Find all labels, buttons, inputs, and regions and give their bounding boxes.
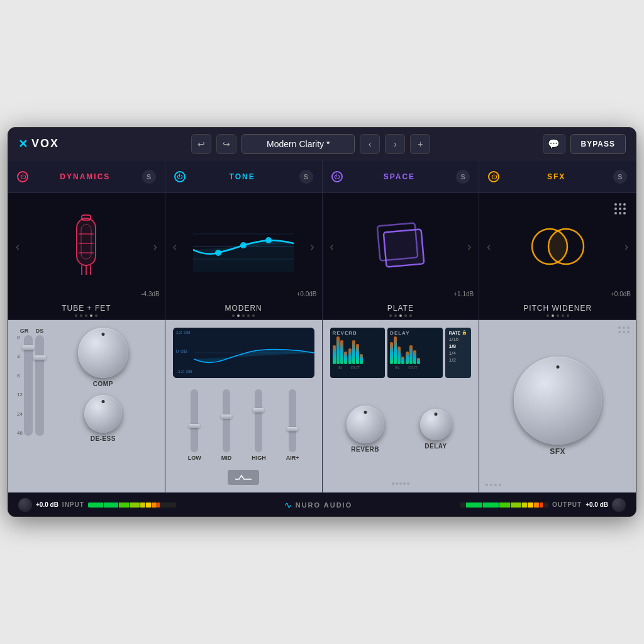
message-button[interactable]: 💬 <box>543 134 565 154</box>
tone-preset-dots <box>232 314 255 317</box>
space-power-button[interactable]: ⏻ <box>331 171 343 182</box>
in-label: IN <box>338 365 342 370</box>
tone-dot-5 <box>252 314 255 317</box>
sfx-label: SFX <box>499 172 613 181</box>
top-center: ↩ ↪ Modern Clarity * ‹ › + <box>79 134 543 154</box>
tone-controls: 12 dB 0 dB -12 dB LOW <box>173 328 314 485</box>
top-right: 💬 BYPASS <box>543 134 626 154</box>
eq-mini-display: 12 dB 0 dB -12 dB <box>173 328 314 378</box>
space-label: SPACE <box>343 172 457 181</box>
dynamics-preset-area: TUBE + FET <box>8 300 165 320</box>
space-header: ⏻ SPACE S <box>323 160 479 193</box>
space-db: +1.1dB <box>453 291 474 297</box>
low-cut-button[interactable] <box>228 470 259 485</box>
tone-nav-right[interactable]: › <box>306 235 319 258</box>
dynamics-preset-dots <box>75 314 97 317</box>
dot-5 <box>95 314 97 317</box>
space-plate-svg <box>363 215 438 278</box>
rate-1-2[interactable]: 1/2 <box>449 357 468 363</box>
comp-knob[interactable] <box>78 328 128 378</box>
tone-power-button[interactable]: ⏻ <box>174 171 186 182</box>
dot-4 <box>90 314 92 317</box>
out-label-rev: OUT <box>351 365 360 370</box>
mid-slider[interactable] <box>223 389 230 452</box>
reverb-knob[interactable] <box>347 406 384 443</box>
reverb-title: REVERB <box>333 330 383 336</box>
space-controls-area: REVERB IN <box>323 320 479 492</box>
space-nav-left[interactable]: ‹ <box>325 235 339 258</box>
mid-slider-thumb[interactable] <box>221 414 232 419</box>
rate-1-4[interactable]: 1/4 <box>449 350 468 356</box>
air-slider-group: AIR+ <box>286 389 299 461</box>
space-dot-1 <box>389 314 392 317</box>
sfx-settings-button[interactable]: S <box>613 170 627 184</box>
tone-dot-2 <box>237 314 240 317</box>
high-slider-thumb[interactable] <box>253 408 264 413</box>
space-module: ⏻ SPACE S ‹ › +1.1dB <box>323 160 480 492</box>
delay-meters: IN OUT <box>390 338 440 370</box>
space-settings-button[interactable]: S <box>456 170 470 184</box>
sfx-nav-left[interactable]: ‹ <box>482 235 496 258</box>
sfx-bottom-dots <box>486 484 501 486</box>
output-knob[interactable] <box>612 498 626 512</box>
preset-next-button[interactable]: › <box>385 134 405 154</box>
dynamics-nav-left[interactable]: ‹ <box>11 235 25 258</box>
dynamics-controls-area: GR 0 3 6 12 24 48 <box>8 320 165 492</box>
gr-label: GR <box>20 328 29 334</box>
space-nav-right[interactable]: › <box>462 235 476 258</box>
ds-fader[interactable] <box>35 335 44 436</box>
sfx-power-button[interactable]: ⏻ <box>488 171 499 182</box>
sfx-knob[interactable] <box>514 357 602 445</box>
delay-knob[interactable] <box>420 409 452 440</box>
sfx-knob-label: SFX <box>550 447 565 456</box>
sfx-module: ⏻ SFX S ‹ › +0.0dB <box>479 160 636 492</box>
preset-add-button[interactable]: + <box>410 134 430 154</box>
dynamics-nav-right[interactable]: › <box>148 235 162 258</box>
low-slider[interactable] <box>191 389 198 452</box>
tone-settings-button[interactable]: S <box>299 170 313 184</box>
output-db: +0.0 dB <box>586 501 608 508</box>
sfx-dot-4 <box>562 314 564 317</box>
output-meter <box>460 502 548 508</box>
sfx-nav-right[interactable]: › <box>619 235 633 258</box>
preset-prev-button[interactable]: ‹ <box>360 134 380 154</box>
top-bar: ✕ VOX ↩ ↪ Modern Clarity * ‹ › + 💬 BYPAS… <box>8 128 636 160</box>
plugin-container: ✕ VOX ↩ ↪ Modern Clarity * ‹ › + 💬 BYPAS… <box>8 127 636 517</box>
tube-svg <box>64 212 108 281</box>
dynamics-module: ⏻ DYNAMICS S ‹ <box>8 160 165 492</box>
reverb-knob-group: REVERB <box>330 406 401 453</box>
logo-vox-text: VOX <box>31 137 59 150</box>
delay-title: DELAY <box>390 330 440 336</box>
mid-slider-label: MID <box>221 455 232 461</box>
undo-button[interactable]: ↩ <box>191 134 211 154</box>
gr-scale: 0 3 6 12 24 48 <box>16 335 23 436</box>
dynamics-db: -4.3dB <box>141 291 159 297</box>
de-ess-label: DE-ESS <box>91 435 116 442</box>
dynamics-power-button[interactable]: ⏻ <box>17 171 28 182</box>
tone-preset-area: MODERN <box>165 300 322 320</box>
sfx-dot-1 <box>547 314 549 317</box>
de-ess-knob[interactable] <box>84 395 122 433</box>
speaker-dots-bottom <box>330 482 472 485</box>
redo-button[interactable]: ↪ <box>216 134 236 154</box>
sfx-preset-dots <box>547 314 569 317</box>
dynamics-knobs: COMP DE-ESS <box>49 328 157 485</box>
input-knob[interactable] <box>18 498 32 512</box>
air-slider-thumb[interactable] <box>287 427 298 431</box>
rate-1-16[interactable]: 1/16 <box>449 336 468 342</box>
gr-thumb[interactable] <box>22 345 35 350</box>
input-meter <box>88 502 176 508</box>
gr-fader[interactable] <box>24 335 33 436</box>
high-slider[interactable] <box>255 389 262 452</box>
ds-thumb[interactable] <box>33 355 46 360</box>
tone-nav-left[interactable]: ‹ <box>168 235 182 258</box>
dynamics-settings-button[interactable]: S <box>142 170 156 184</box>
air-slider[interactable] <box>289 389 296 452</box>
dot-2 <box>80 314 82 317</box>
rate-1-8[interactable]: 1/8 <box>449 343 468 349</box>
space-knobs: REVERB DELAY <box>330 383 472 475</box>
bypass-button[interactable]: BYPASS <box>570 134 626 154</box>
dynamics-visualizer: ‹ <box>8 193 165 300</box>
low-slider-thumb[interactable] <box>189 424 200 428</box>
ds-label: DS <box>36 328 44 334</box>
